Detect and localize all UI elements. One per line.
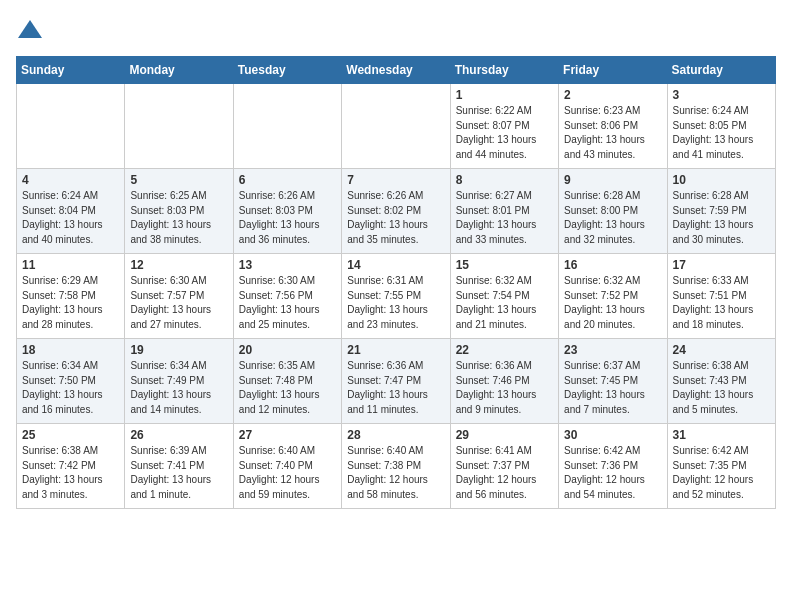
calendar-cell: 14Sunrise: 6:31 AM Sunset: 7:55 PM Dayli…: [342, 254, 450, 339]
day-number: 27: [239, 428, 336, 442]
calendar-cell: 8Sunrise: 6:27 AM Sunset: 8:01 PM Daylig…: [450, 169, 558, 254]
day-info: Sunrise: 6:28 AM Sunset: 8:00 PM Dayligh…: [564, 189, 661, 247]
day-info: Sunrise: 6:37 AM Sunset: 7:45 PM Dayligh…: [564, 359, 661, 417]
day-info: Sunrise: 6:33 AM Sunset: 7:51 PM Dayligh…: [673, 274, 770, 332]
weekday-header-friday: Friday: [559, 57, 667, 84]
day-number: 19: [130, 343, 227, 357]
day-number: 24: [673, 343, 770, 357]
day-info: Sunrise: 6:38 AM Sunset: 7:43 PM Dayligh…: [673, 359, 770, 417]
day-info: Sunrise: 6:34 AM Sunset: 7:50 PM Dayligh…: [22, 359, 119, 417]
day-number: 7: [347, 173, 444, 187]
day-number: 16: [564, 258, 661, 272]
calendar-cell: [17, 84, 125, 169]
svg-marker-0: [18, 20, 42, 38]
day-number: 25: [22, 428, 119, 442]
day-info: Sunrise: 6:40 AM Sunset: 7:38 PM Dayligh…: [347, 444, 444, 502]
day-info: Sunrise: 6:42 AM Sunset: 7:35 PM Dayligh…: [673, 444, 770, 502]
day-number: 15: [456, 258, 553, 272]
day-number: 30: [564, 428, 661, 442]
day-info: Sunrise: 6:38 AM Sunset: 7:42 PM Dayligh…: [22, 444, 119, 502]
day-number: 29: [456, 428, 553, 442]
calendar-cell: 27Sunrise: 6:40 AM Sunset: 7:40 PM Dayli…: [233, 424, 341, 509]
day-number: 1: [456, 88, 553, 102]
calendar-cell: 23Sunrise: 6:37 AM Sunset: 7:45 PM Dayli…: [559, 339, 667, 424]
day-number: 10: [673, 173, 770, 187]
day-info: Sunrise: 6:35 AM Sunset: 7:48 PM Dayligh…: [239, 359, 336, 417]
calendar-cell: 16Sunrise: 6:32 AM Sunset: 7:52 PM Dayli…: [559, 254, 667, 339]
day-number: 12: [130, 258, 227, 272]
day-info: Sunrise: 6:25 AM Sunset: 8:03 PM Dayligh…: [130, 189, 227, 247]
logo: [16, 16, 48, 44]
calendar-cell: 20Sunrise: 6:35 AM Sunset: 7:48 PM Dayli…: [233, 339, 341, 424]
day-info: Sunrise: 6:24 AM Sunset: 8:04 PM Dayligh…: [22, 189, 119, 247]
day-info: Sunrise: 6:34 AM Sunset: 7:49 PM Dayligh…: [130, 359, 227, 417]
calendar-cell: 10Sunrise: 6:28 AM Sunset: 7:59 PM Dayli…: [667, 169, 775, 254]
calendar-cell: 3Sunrise: 6:24 AM Sunset: 8:05 PM Daylig…: [667, 84, 775, 169]
day-number: 13: [239, 258, 336, 272]
calendar-cell: [125, 84, 233, 169]
calendar-cell: 11Sunrise: 6:29 AM Sunset: 7:58 PM Dayli…: [17, 254, 125, 339]
calendar-cell: 25Sunrise: 6:38 AM Sunset: 7:42 PM Dayli…: [17, 424, 125, 509]
calendar-cell: 2Sunrise: 6:23 AM Sunset: 8:06 PM Daylig…: [559, 84, 667, 169]
day-info: Sunrise: 6:24 AM Sunset: 8:05 PM Dayligh…: [673, 104, 770, 162]
calendar-cell: 9Sunrise: 6:28 AM Sunset: 8:00 PM Daylig…: [559, 169, 667, 254]
day-number: 26: [130, 428, 227, 442]
logo-icon: [16, 16, 44, 44]
calendar-cell: 30Sunrise: 6:42 AM Sunset: 7:36 PM Dayli…: [559, 424, 667, 509]
weekday-header-monday: Monday: [125, 57, 233, 84]
weekday-header-tuesday: Tuesday: [233, 57, 341, 84]
calendar-cell: 18Sunrise: 6:34 AM Sunset: 7:50 PM Dayli…: [17, 339, 125, 424]
calendar-cell: 1Sunrise: 6:22 AM Sunset: 8:07 PM Daylig…: [450, 84, 558, 169]
day-info: Sunrise: 6:22 AM Sunset: 8:07 PM Dayligh…: [456, 104, 553, 162]
day-number: 21: [347, 343, 444, 357]
day-number: 4: [22, 173, 119, 187]
day-info: Sunrise: 6:30 AM Sunset: 7:56 PM Dayligh…: [239, 274, 336, 332]
day-info: Sunrise: 6:26 AM Sunset: 8:02 PM Dayligh…: [347, 189, 444, 247]
calendar-cell: 13Sunrise: 6:30 AM Sunset: 7:56 PM Dayli…: [233, 254, 341, 339]
calendar-cell: 19Sunrise: 6:34 AM Sunset: 7:49 PM Dayli…: [125, 339, 233, 424]
calendar-cell: 28Sunrise: 6:40 AM Sunset: 7:38 PM Dayli…: [342, 424, 450, 509]
weekday-header-sunday: Sunday: [17, 57, 125, 84]
day-info: Sunrise: 6:29 AM Sunset: 7:58 PM Dayligh…: [22, 274, 119, 332]
calendar-cell: 7Sunrise: 6:26 AM Sunset: 8:02 PM Daylig…: [342, 169, 450, 254]
day-number: 5: [130, 173, 227, 187]
weekday-header-wednesday: Wednesday: [342, 57, 450, 84]
calendar-cell: 5Sunrise: 6:25 AM Sunset: 8:03 PM Daylig…: [125, 169, 233, 254]
calendar-cell: 24Sunrise: 6:38 AM Sunset: 7:43 PM Dayli…: [667, 339, 775, 424]
day-number: 23: [564, 343, 661, 357]
calendar-cell: 17Sunrise: 6:33 AM Sunset: 7:51 PM Dayli…: [667, 254, 775, 339]
calendar-cell: [233, 84, 341, 169]
calendar-table: SundayMondayTuesdayWednesdayThursdayFrid…: [16, 56, 776, 509]
day-info: Sunrise: 6:41 AM Sunset: 7:37 PM Dayligh…: [456, 444, 553, 502]
day-number: 9: [564, 173, 661, 187]
day-info: Sunrise: 6:42 AM Sunset: 7:36 PM Dayligh…: [564, 444, 661, 502]
calendar-cell: 21Sunrise: 6:36 AM Sunset: 7:47 PM Dayli…: [342, 339, 450, 424]
calendar-cell: 15Sunrise: 6:32 AM Sunset: 7:54 PM Dayli…: [450, 254, 558, 339]
day-number: 22: [456, 343, 553, 357]
page-header: [16, 16, 776, 44]
day-number: 8: [456, 173, 553, 187]
weekday-header-thursday: Thursday: [450, 57, 558, 84]
day-info: Sunrise: 6:32 AM Sunset: 7:54 PM Dayligh…: [456, 274, 553, 332]
day-info: Sunrise: 6:28 AM Sunset: 7:59 PM Dayligh…: [673, 189, 770, 247]
day-number: 28: [347, 428, 444, 442]
day-number: 17: [673, 258, 770, 272]
calendar-cell: 29Sunrise: 6:41 AM Sunset: 7:37 PM Dayli…: [450, 424, 558, 509]
day-number: 18: [22, 343, 119, 357]
day-info: Sunrise: 6:31 AM Sunset: 7:55 PM Dayligh…: [347, 274, 444, 332]
calendar-cell: 4Sunrise: 6:24 AM Sunset: 8:04 PM Daylig…: [17, 169, 125, 254]
day-number: 31: [673, 428, 770, 442]
day-info: Sunrise: 6:36 AM Sunset: 7:46 PM Dayligh…: [456, 359, 553, 417]
day-info: Sunrise: 6:27 AM Sunset: 8:01 PM Dayligh…: [456, 189, 553, 247]
day-info: Sunrise: 6:32 AM Sunset: 7:52 PM Dayligh…: [564, 274, 661, 332]
day-info: Sunrise: 6:23 AM Sunset: 8:06 PM Dayligh…: [564, 104, 661, 162]
calendar-cell: 12Sunrise: 6:30 AM Sunset: 7:57 PM Dayli…: [125, 254, 233, 339]
calendar-cell: [342, 84, 450, 169]
calendar-cell: 22Sunrise: 6:36 AM Sunset: 7:46 PM Dayli…: [450, 339, 558, 424]
day-number: 6: [239, 173, 336, 187]
day-info: Sunrise: 6:36 AM Sunset: 7:47 PM Dayligh…: [347, 359, 444, 417]
day-info: Sunrise: 6:39 AM Sunset: 7:41 PM Dayligh…: [130, 444, 227, 502]
day-number: 20: [239, 343, 336, 357]
calendar-cell: 26Sunrise: 6:39 AM Sunset: 7:41 PM Dayli…: [125, 424, 233, 509]
calendar-cell: 6Sunrise: 6:26 AM Sunset: 8:03 PM Daylig…: [233, 169, 341, 254]
